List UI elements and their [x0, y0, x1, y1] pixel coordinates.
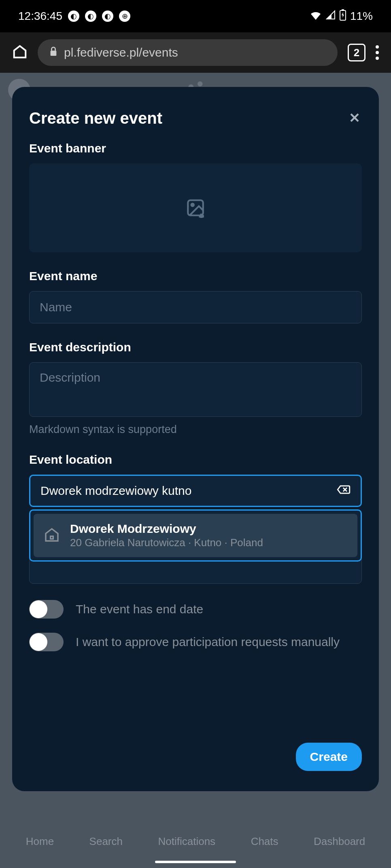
- description-input[interactable]: [29, 362, 362, 417]
- end-date-toggle[interactable]: [29, 600, 64, 619]
- url-bar[interactable]: pl.fediverse.pl/events: [38, 39, 338, 66]
- name-label: Event name: [29, 269, 362, 283]
- status-bar: 12:36:45 ◐ ◐ ◐ ⊕ 11%: [0, 0, 391, 32]
- wifi-icon: [310, 10, 322, 23]
- home-icon[interactable]: [12, 44, 28, 61]
- browser-bar: pl.fediverse.pl/events 2: [0, 32, 391, 73]
- chrome-icon: ◐: [102, 11, 113, 22]
- banner-label: Event banner: [29, 141, 362, 155]
- image-add-icon: [185, 198, 206, 218]
- status-time: 12:36:45: [18, 10, 62, 23]
- description-label: Event description: [29, 340, 362, 354]
- house-icon: [44, 527, 60, 545]
- name-input[interactable]: [29, 291, 362, 323]
- svg-point-4: [198, 81, 203, 87]
- bottom-nav: Home Search Notifications Chats Dashboar…: [0, 835, 391, 848]
- app-icon: ⊕: [119, 11, 130, 22]
- nav-notifications[interactable]: Notifications: [158, 835, 216, 848]
- location-input[interactable]: Dworek modrzewiowy kutno: [29, 475, 362, 507]
- battery-percent: 11%: [350, 10, 373, 23]
- lock-icon: [49, 46, 58, 59]
- approval-label: I want to approve participation requests…: [76, 635, 340, 649]
- location-dropdown: Dworek Modrzewiowy 20 Gabriela Narutowic…: [29, 509, 362, 562]
- svg-point-7: [191, 204, 194, 206]
- battery-icon: [340, 9, 346, 23]
- modal-title: Create new event: [29, 109, 162, 127]
- suggestion-title: Dworek Modrzewiowy: [70, 522, 347, 536]
- end-date-label: The event has end date: [76, 602, 203, 616]
- close-button[interactable]: [347, 110, 362, 127]
- banner-upload[interactable]: [29, 163, 362, 252]
- location-label: Event location: [29, 453, 362, 467]
- create-event-modal: Create new event Event banner Event name…: [12, 87, 379, 791]
- chrome-icon: ◐: [85, 11, 96, 22]
- signal-icon: [326, 10, 336, 23]
- nav-chats[interactable]: Chats: [251, 835, 278, 848]
- svg-rect-1: [342, 9, 344, 11]
- tab-count[interactable]: 2: [348, 44, 366, 61]
- clear-icon[interactable]: [337, 484, 351, 498]
- location-suggestion[interactable]: Dworek Modrzewiowy 20 Gabriela Narutowic…: [34, 514, 357, 557]
- nav-dashboard[interactable]: Dashboard: [314, 835, 365, 848]
- location-value: Dworek modrzewiowy kutno: [40, 484, 191, 498]
- svg-rect-8: [51, 536, 53, 539]
- home-indicator[interactable]: [155, 861, 236, 863]
- nav-home[interactable]: Home: [26, 835, 54, 848]
- description-helper: Markdown syntax is supported: [29, 423, 362, 436]
- nav-search[interactable]: Search: [89, 835, 123, 848]
- more-menu-icon[interactable]: [376, 45, 379, 60]
- svg-rect-2: [51, 51, 57, 56]
- url-text: pl.fediverse.pl/events: [64, 46, 178, 59]
- approval-toggle[interactable]: [29, 633, 64, 651]
- chrome-icon: ◐: [68, 11, 79, 22]
- suggestion-subtitle: 20 Gabriela Narutowicza · Kutno · Poland: [70, 536, 347, 549]
- create-button[interactable]: Create: [296, 743, 362, 771]
